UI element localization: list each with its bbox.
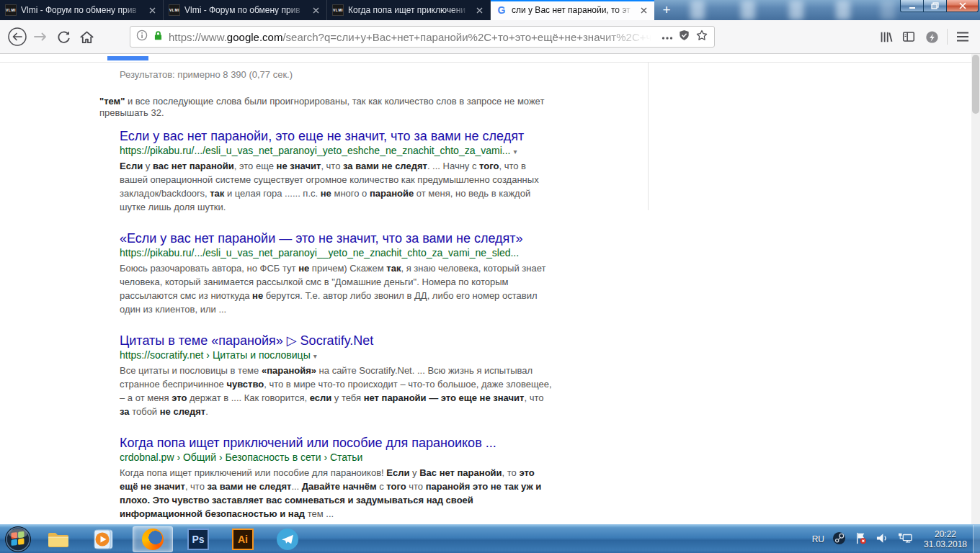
search-result: «Если у вас нет паранойи — это не значит… [120, 231, 555, 316]
tab-close-icon[interactable] [638, 4, 649, 16]
result-snippet: Боюсь разочаровать автора, но ФСБ тут не… [120, 261, 555, 316]
search-result: Когда попа ищет приключений или пособие … [120, 436, 555, 521]
result-dropdown-icon[interactable]: ▾ [513, 148, 517, 156]
steam-tray-icon[interactable] [832, 531, 846, 548]
illustrator-taskbar-button[interactable]: Ai [228, 526, 258, 552]
tab-vlmi-forum-2[interactable]: VLMI Vlmi - Форум по обмену прив [164, 0, 327, 20]
photoshop-taskbar-button[interactable]: Ps [183, 526, 213, 552]
telegram-icon [277, 529, 298, 550]
desktop-screen: VLMI Vlmi - Форум по обмену прив VLMI Vl… [0, 0, 980, 553]
firefox-icon [142, 529, 164, 550]
result-snippet: Если у вас нет паранойи, это еще не знач… [120, 159, 555, 214]
bookmark-star-icon[interactable] [695, 29, 708, 45]
search-result: Цитаты в теме «паранойя» ▷ Socratify.Net… [120, 333, 555, 418]
tray-time: 20:22 [921, 529, 970, 539]
result-title-link[interactable]: Цитаты в теме «паранойя» ▷ Socratify.Net [120, 333, 555, 349]
scrollbar-thumb[interactable] [972, 55, 979, 114]
clock[interactable]: 20:22 31.03.2018 [921, 529, 970, 549]
page-actions-icon[interactable] [662, 30, 673, 43]
result-url[interactable]: https://pikabu.ru/.../esli_u_vas_net_par… [120, 246, 555, 261]
back-button[interactable] [6, 25, 29, 48]
illustrator-icon: Ai [232, 529, 254, 550]
language-indicator[interactable]: RU [812, 534, 824, 544]
tab-vlmi-forum-1[interactable]: VLMI Vlmi - Форум по обмену прив [0, 0, 164, 20]
result-title-link[interactable]: «Если у вас нет паранойи — это не значит… [120, 231, 555, 246]
shield-extension-icon[interactable] [678, 29, 690, 45]
google-active-tab-underline [107, 56, 148, 60]
result-title-link[interactable]: Когда попа ищет приключений или пособие … [120, 436, 555, 451]
query-truncated-notice: "тем" и все последующие слова были проиг… [99, 96, 555, 119]
close-button[interactable] [946, 0, 979, 12]
tab-title: Когда попа ищет приключени [348, 5, 469, 15]
aero-glass-streak [881, 0, 895, 20]
search-results-column: Результатов: примерно 8 390 (0,77 сек.) … [120, 69, 555, 524]
address-bar[interactable]: https://www.google.com/search?q=сли+у+Ва… [130, 26, 715, 48]
windows-taskbar: Ps Ai RU [0, 524, 980, 553]
volume-icon[interactable] [876, 532, 889, 547]
result-snippet: Когда попа ищет приключений или пособие … [120, 466, 555, 521]
photoshop-icon: Ps [187, 529, 209, 550]
site-info-icon[interactable] [136, 30, 148, 44]
firefox-taskbar-button[interactable] [133, 526, 173, 552]
browser-viewport: Результатов: примерно 8 390 (0,77 сек.) … [0, 54, 980, 524]
vlmi-favicon-icon: VLMI [5, 4, 17, 16]
telegram-taskbar-button[interactable] [272, 526, 303, 552]
maximize-button[interactable] [924, 0, 946, 12]
tab-title: Vlmi - Форум по обмену прив [184, 5, 306, 15]
show-desktop-button[interactable] [973, 525, 980, 553]
library-icon[interactable] [874, 25, 897, 48]
result-title-link[interactable]: Если у вас нет паранойи, это еще не знач… [120, 129, 555, 144]
explorer-taskbar-button[interactable] [43, 526, 74, 552]
result-dropdown-icon[interactable]: ▾ [313, 352, 317, 360]
vlmi-favicon-icon: VLMI [169, 4, 180, 16]
start-button[interactable] [4, 526, 32, 553]
google-tabs-border [0, 62, 971, 63]
url-text[interactable]: https://www.google.com/search?q=сли+у+Ва… [169, 31, 656, 43]
aero-glass-streak [789, 0, 803, 20]
action-center-flag-icon[interactable] [854, 531, 868, 548]
tab-strip: VLMI Vlmi - Форум по обмену прив VLMI Vl… [0, 0, 679, 20]
tab-close-icon[interactable] [146, 4, 158, 16]
home-button[interactable] [75, 25, 98, 48]
aero-glass-streak [836, 0, 850, 20]
lightning-extension-icon[interactable] [920, 25, 943, 48]
window-titlebar: VLMI Vlmi - Форум по обмену прив VLMI Vl… [0, 0, 980, 20]
results-list: Если у вас нет паранойи, это еще не знач… [120, 129, 555, 524]
result-snippet: Все цитаты и пословицы в теме «паранойя»… [120, 364, 555, 418]
vlmi-favicon-icon: VLMI [332, 4, 344, 16]
tab-kogda-popa[interactable]: VLMI Когда попа ищет приключени [327, 0, 491, 20]
menu-hamburger-icon[interactable] [951, 25, 974, 48]
tab-title: сли у Вас нет паранойи, то эт [512, 5, 633, 15]
tab-google-search-active[interactable]: G сли у Вас нет паранойи, то эт [491, 0, 654, 20]
search-result: Если у вас нет паранойи, это еще не знач… [120, 129, 555, 214]
tab-title: Vlmi - Форум по обмену прив [21, 5, 142, 15]
tab-close-icon[interactable] [473, 4, 485, 16]
page-scrollbar[interactable] [971, 54, 980, 524]
aero-glass-streak [690, 0, 705, 20]
aero-glass-streak [741, 0, 755, 20]
tab-close-icon[interactable] [310, 4, 321, 16]
result-url[interactable]: crdobnal.pw › Общий › Безопасность в сет… [120, 451, 555, 465]
forward-button[interactable] [29, 25, 52, 48]
network-icon[interactable] [897, 531, 913, 547]
result-url[interactable]: https://pikabu.ru/.../esli_u_vas_net_par… [120, 144, 555, 158]
result-url[interactable]: https://socratify.net › Цитаты и послови… [120, 349, 555, 363]
google-favicon-icon: G [496, 4, 507, 16]
system-tray: RU [812, 525, 970, 553]
tray-date: 31.03.2018 [921, 539, 970, 549]
reload-icon[interactable] [52, 25, 75, 48]
new-tab-button[interactable]: + [654, 0, 679, 20]
https-padlock-icon[interactable] [153, 30, 164, 45]
panel-divider [648, 62, 649, 210]
minimize-button[interactable] [900, 0, 924, 12]
media-player-taskbar-button[interactable] [88, 526, 118, 552]
results-stats: Результатов: примерно 8 390 (0,77 сек.) [120, 69, 555, 80]
browser-toolbar: https://www.google.com/search?q=сли+у+Ва… [0, 20, 980, 54]
toolbar-separator [947, 29, 948, 45]
sidebar-toggle-icon[interactable] [897, 25, 920, 48]
window-controls [900, 0, 979, 12]
